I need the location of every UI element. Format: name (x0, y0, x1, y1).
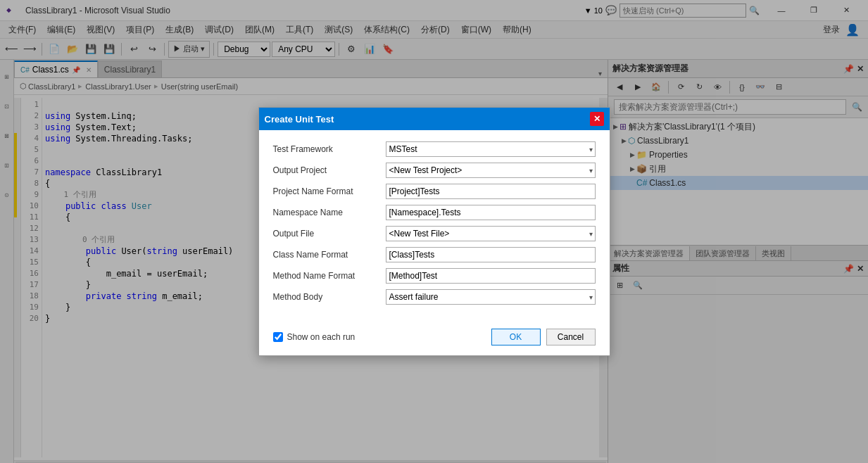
show-each-run-row: Show on each run (273, 332, 491, 342)
ok-button[interactable]: OK (491, 329, 541, 345)
modal-buttons: OK Cancel (491, 329, 596, 345)
modal-body: Test Framework MSTest NUnit Output Proje… (259, 130, 610, 322)
project-name-input[interactable] (386, 184, 596, 199)
show-each-run-label: Show on each run (287, 332, 356, 342)
cancel-button[interactable]: Cancel (546, 329, 596, 345)
modal-close-btn[interactable]: ✕ (590, 112, 604, 126)
form-row-method-body: Method Body Assert failure NotImplemente… (273, 289, 596, 305)
form-row-output-file: Output File <New Test File> (273, 226, 596, 241)
namespace-input[interactable] (386, 205, 596, 220)
class-name-input[interactable] (386, 247, 596, 262)
form-row-class-name: Class Name Format (273, 247, 596, 262)
modal-overlay: Create Unit Test ✕ Test Framework MSTest… (0, 0, 868, 463)
method-body-select-wrap: Assert failure NotImplementedException (386, 289, 596, 305)
method-body-select[interactable]: Assert failure NotImplementedException (386, 289, 596, 305)
form-row-namespace: Namespace Name (273, 205, 596, 220)
namespace-label: Namespace Name (273, 208, 386, 217)
method-name-label: Method Name Format (273, 271, 386, 281)
output-project-label: Output Project (273, 165, 386, 175)
framework-select-wrap: MSTest NUnit (386, 141, 596, 157)
output-file-select-wrap: <New Test File> (386, 226, 596, 241)
class-name-label: Class Name Format (273, 250, 386, 260)
modal-title: Create Unit Test (265, 114, 334, 125)
framework-label: Test Framework (273, 144, 386, 154)
modal-footer: Show on each run OK Cancel (259, 322, 610, 355)
project-name-label: Project Name Format (273, 186, 386, 196)
form-row-project-name: Project Name Format (273, 184, 596, 199)
method-body-label: Method Body (273, 292, 386, 302)
create-unit-test-dialog: Create Unit Test ✕ Test Framework MSTest… (258, 107, 610, 356)
method-name-input[interactable] (386, 268, 596, 284)
form-row-method-name: Method Name Format (273, 268, 596, 284)
output-file-label: Output File (273, 229, 386, 239)
form-row-output-project: Output Project <New Test Project> (273, 163, 596, 178)
output-project-select-wrap: <New Test Project> (386, 163, 596, 178)
modal-title-bar: Create Unit Test ✕ (259, 108, 610, 130)
form-row-framework: Test Framework MSTest NUnit (273, 141, 596, 157)
output-file-select[interactable]: <New Test File> (386, 226, 596, 241)
output-project-select[interactable]: <New Test Project> (386, 163, 596, 178)
framework-select[interactable]: MSTest NUnit (386, 141, 596, 157)
show-each-run-checkbox[interactable] (273, 332, 283, 342)
